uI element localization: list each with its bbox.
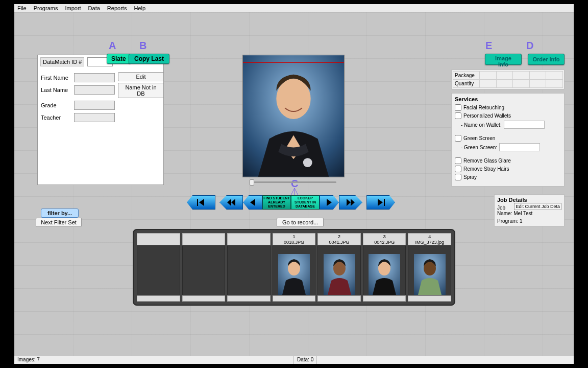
nav-fast-back-button[interactable]: [219, 195, 243, 210]
grade-label: Grade: [41, 102, 74, 108]
thumbnail-cell[interactable]: [227, 233, 271, 302]
thumbnail-image: [363, 245, 406, 295]
thumbnail-caption: [182, 233, 226, 245]
svg-marker-15: [378, 199, 383, 206]
thumbnail-cell[interactable]: [137, 233, 180, 302]
thumbnail-footer: [273, 295, 316, 302]
thumbnail-cell[interactable]: 10018.JPG: [273, 233, 316, 302]
services-panel: Services Facial Retouching Personalized …: [451, 93, 565, 187]
personalized-wallets-checkbox[interactable]: [455, 112, 461, 119]
status-data: Data: 0: [294, 356, 317, 364]
menu-data[interactable]: Data: [88, 5, 100, 11]
package-label: Package: [453, 72, 480, 80]
nav-next-button[interactable]: [320, 195, 339, 210]
edit-button[interactable]: Edit: [118, 72, 164, 81]
crop-line: [243, 62, 344, 63]
green-screen-label: Green Screen: [463, 135, 495, 141]
thumbnail-caption: 10018.JPG: [273, 233, 316, 245]
program-label: Program:: [497, 218, 518, 224]
app-window: File Programs Import Data Reports Help A…: [14, 4, 574, 364]
thumbnail-caption: 4IMG_3723.jpg: [408, 233, 451, 245]
job-name-label: Job Name:: [497, 205, 512, 216]
facial-retouching-checkbox[interactable]: [455, 104, 461, 111]
go-to-record-button[interactable]: Go to record...: [277, 218, 324, 227]
first-name-input[interactable]: [74, 73, 115, 82]
thumbnail-footer: [182, 295, 226, 302]
menu-file[interactable]: File: [17, 5, 27, 11]
nav-fast-fwd-button[interactable]: [339, 195, 362, 210]
remove-stray-hairs-checkbox[interactable]: [455, 166, 461, 172]
svg-rect-7: [197, 199, 198, 206]
find-student-button[interactable]: FIND STUDENT ALREADY ENTERED: [262, 195, 291, 210]
nav-prev-button[interactable]: [243, 195, 262, 210]
lookup-student-button[interactable]: LOOKUP STUDENT IN DATABASE: [291, 195, 320, 210]
thumbnail-image: [137, 245, 180, 295]
thumbnail-caption: [137, 233, 180, 245]
menu-help[interactable]: Help: [134, 5, 145, 11]
svg-marker-10: [231, 199, 235, 206]
svg-point-6: [303, 158, 312, 167]
menu-programs[interactable]: Programs: [34, 5, 58, 11]
order-info-button[interactable]: Order Info: [528, 54, 565, 65]
green-screen-checkbox[interactable]: [455, 135, 461, 142]
main-photo: [242, 55, 345, 177]
nav-first-button[interactable]: [187, 195, 215, 210]
thumbnail-cell[interactable]: 30042.JPG: [363, 233, 406, 302]
zoom-slider[interactable]: [250, 180, 336, 184]
spray-checkbox[interactable]: [455, 174, 461, 180]
job-details-title: Job Details: [497, 197, 527, 203]
thumbnail-caption: 30042.JPG: [363, 233, 406, 245]
thumbnail-cell[interactable]: 4IMG_3723.jpg: [408, 233, 451, 302]
teacher-label: Teacher: [41, 114, 74, 121]
remove-glass-glare-label: Remove Glass Glare: [463, 158, 511, 164]
thumbnail-image: [273, 245, 316, 295]
last-name-input[interactable]: [74, 85, 115, 95]
last-name-label: Last Name: [41, 87, 74, 93]
name-on-wallet-input[interactable]: [504, 121, 545, 129]
thumbnail-cell[interactable]: 20041.JPG: [317, 233, 361, 302]
thumbnail-image: [182, 245, 226, 295]
facial-retouching-label: Facial Retouching: [463, 105, 504, 110]
thumbnail-footer: [317, 295, 361, 302]
menu-reports[interactable]: Reports: [107, 5, 127, 11]
thumbnail-footer: [227, 295, 271, 302]
filter-by-button[interactable]: filter by...: [41, 209, 79, 218]
remove-stray-hairs-label: Remove Stray Hairs: [463, 166, 509, 172]
nav-last-button[interactable]: [366, 195, 395, 210]
thumbnail-footer: [363, 295, 406, 302]
job-name-value: Mel Test: [513, 211, 532, 216]
thumbnail-cell[interactable]: [182, 233, 226, 302]
svg-marker-13: [347, 199, 351, 206]
portrait-icon: [243, 55, 344, 177]
first-name-label: First Name: [41, 75, 74, 81]
datamatch-id-label: DataMatch ID #: [40, 57, 84, 66]
thumbnail-image: [408, 245, 451, 295]
thumbnail-image: [317, 245, 361, 295]
menu-import[interactable]: Import: [65, 5, 81, 11]
edit-job-button[interactable]: Edit Current Job Deta: [514, 203, 561, 210]
next-filter-set-button[interactable]: Next Filter Set: [36, 218, 82, 227]
svg-marker-11: [250, 199, 255, 206]
zoom-thumb[interactable]: [250, 179, 254, 186]
teacher-input[interactable]: [74, 113, 115, 122]
green-screen-input[interactable]: [499, 143, 540, 151]
record-nav: FIND STUDENT ALREADY ENTERED LOOKUP STUD…: [187, 195, 401, 210]
thumbnail-footer: [408, 295, 451, 302]
spray-label: Spray: [463, 174, 477, 180]
menu-bar[interactable]: File Programs Import Data Reports Help: [14, 4, 574, 12]
quantity-label: Quantity: [453, 80, 480, 88]
name-not-in-db-button[interactable]: Name Not in DB: [118, 83, 164, 98]
grade-input[interactable]: [74, 101, 115, 110]
name-on-wallet-label: - Name on Wallet:: [461, 122, 502, 128]
svg-marker-14: [351, 199, 355, 206]
svg-rect-16: [384, 199, 385, 206]
image-info-button[interactable]: Image Info: [485, 54, 522, 65]
remove-glass-glare-checkbox[interactable]: [455, 157, 461, 164]
svg-marker-12: [327, 199, 332, 206]
svg-point-4: [276, 79, 310, 119]
status-bar: Images: 7 Data: 0: [14, 356, 574, 364]
copy-last-button[interactable]: Copy Last: [129, 54, 169, 64]
status-images: Images: 7: [14, 356, 294, 364]
slate-button[interactable]: Slate: [107, 54, 131, 64]
personalized-wallets-label: Personalized Wallets: [463, 113, 511, 119]
